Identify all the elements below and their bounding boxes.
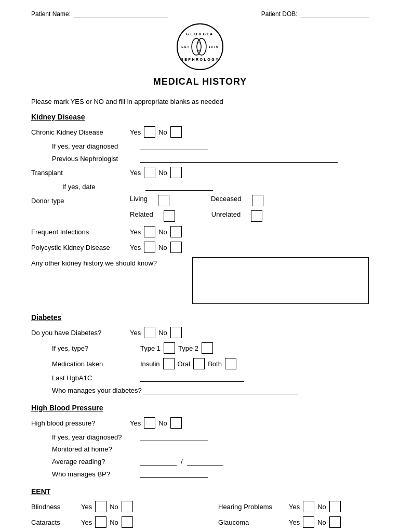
bp-who-manages-input[interactable]: [140, 470, 208, 478]
bp-monitored-row: Monitored at home?: [31, 445, 369, 453]
medication-label: Medication taken: [31, 360, 140, 368]
eent-glaucoma-group: Glaucoma Yes No: [218, 516, 341, 528]
freq-infections-row: Frequent Infections Yes No: [31, 226, 369, 237]
freq-yes-no-group: Yes No: [130, 226, 182, 237]
year-diagnosed-input[interactable]: [140, 142, 208, 150]
prev-neph-input[interactable]: [140, 154, 338, 163]
freq-yes-label: Yes: [130, 228, 141, 236]
any-other-row: Any other kidney history we should know?: [31, 257, 369, 304]
cataracts-yes-checkbox[interactable]: [95, 516, 106, 528]
logo-bottom-text: NEPHROLOGY: [181, 58, 220, 61]
related-unrelated-row: Related Unrelated: [31, 210, 369, 222]
hearing-no-checkbox[interactable]: [329, 501, 341, 512]
diabetes-yes-checkbox[interactable]: [144, 327, 155, 338]
transplant-yes-checkbox[interactable]: [144, 167, 155, 178]
glaucoma-yes-label: Yes: [289, 518, 300, 526]
both-label: Both: [208, 360, 222, 368]
high-bp-section: High Blood Pressure High blood pressure?…: [31, 404, 369, 478]
bp-average-diastolic[interactable]: [187, 457, 223, 466]
glaucoma-label: Glaucoma: [218, 518, 286, 526]
freq-no-label: No: [158, 228, 167, 236]
eent-hearing-group: Hearing Problems Yes No: [218, 501, 341, 512]
bp-yes-checkbox[interactable]: [144, 417, 155, 429]
freq-no-checkbox[interactable]: [170, 226, 182, 237]
chronic-no-checkbox[interactable]: [170, 126, 182, 138]
chronic-kidney-row: Chronic Kidney Disease Yes No: [31, 126, 369, 138]
logo-kidney-svg: [191, 37, 207, 57]
unrelated-checkbox[interactable]: [251, 210, 262, 222]
deceased-checkbox[interactable]: [252, 195, 263, 206]
donor-type-row: Donor type Living Deceased: [31, 195, 369, 206]
transplant-date-input[interactable]: [145, 182, 213, 191]
chronic-yes-label: Yes: [130, 128, 141, 136]
hearing-label: Hearing Problems: [218, 503, 286, 511]
transplant-no-label: No: [158, 169, 167, 177]
both-checkbox[interactable]: [225, 358, 236, 369]
logo-year: 1976: [208, 45, 218, 48]
deceased-label: Deceased: [211, 195, 242, 206]
prev-neph-row: Previous Nephrologist: [31, 154, 369, 163]
glaucoma-no-label: No: [317, 518, 326, 526]
type1-label: Type 1: [140, 344, 161, 352]
svg-point-2: [197, 43, 201, 51]
type2-label: Type 2: [178, 344, 198, 352]
diabetes-section: Diabetes Do you have Diabetes? Yes No If…: [31, 313, 369, 394]
poly-yes-label: Yes: [130, 244, 141, 251]
diabetes-type-label: If yes, type?: [31, 344, 140, 352]
bp-average-systolic[interactable]: [140, 457, 177, 466]
blindness-no-checkbox[interactable]: [122, 501, 133, 512]
type2-checkbox[interactable]: [202, 342, 213, 354]
diabetes-no-checkbox[interactable]: [170, 327, 182, 338]
insulin-checkbox[interactable]: [163, 358, 175, 369]
diabetes-title: Diabetes: [31, 313, 369, 322]
bp-who-manages-label: Who manages BP?: [31, 470, 140, 478]
living-checkbox[interactable]: [158, 195, 169, 206]
related-checkbox[interactable]: [164, 210, 175, 222]
chronic-yes-checkbox[interactable]: [144, 126, 155, 138]
poly-no-checkbox[interactable]: [170, 242, 182, 253]
transplant-row: Transplant Yes No: [31, 167, 369, 178]
glaucoma-yes-checkbox[interactable]: [303, 516, 314, 528]
hgba1c-input[interactable]: [140, 374, 244, 382]
oral-label: Oral: [178, 360, 191, 368]
patient-dob-label: Patient DOB:: [261, 10, 298, 18]
polycystic-label: Polycystic Kidney Disease: [31, 244, 130, 251]
blindness-label: Blindness: [31, 503, 78, 511]
cataracts-label: Cataracts: [31, 518, 78, 526]
who-manages-diabetes-input[interactable]: [142, 386, 298, 394]
kidney-disease-title: Kidney Disease: [31, 113, 369, 121]
hgba1c-row: Last HgbA1C: [31, 374, 369, 382]
medication-group: Insulin Oral Both: [140, 358, 236, 369]
bp-year-diagnosed-input[interactable]: [140, 433, 208, 441]
any-other-textarea[interactable]: [192, 257, 369, 304]
transplant-label: Transplant: [31, 169, 130, 177]
transplant-yes-group: Yes No: [130, 167, 182, 178]
glaucoma-no-checkbox[interactable]: [329, 516, 341, 528]
who-manages-diabetes-label: Who manages your diabetes?: [31, 387, 142, 394]
bp-no-checkbox[interactable]: [170, 417, 182, 429]
type1-checkbox[interactable]: [164, 342, 175, 354]
diabetes-label: Do you have Diabetes?: [31, 329, 130, 337]
bp-monitored-label: Monitored at home?: [31, 445, 140, 453]
logo-top-text: GEORGIA: [186, 32, 214, 36]
hearing-yes-checkbox[interactable]: [303, 501, 314, 512]
cataracts-no-checkbox[interactable]: [122, 516, 133, 528]
blindness-yes-checkbox[interactable]: [95, 501, 106, 512]
patient-name-field[interactable]: Patient Name:: [31, 10, 168, 18]
patient-dob-field[interactable]: Patient DOB:: [261, 10, 369, 18]
year-diagnosed-row: If yes, year diagnosed: [31, 142, 369, 150]
logo-middle: EST 1976: [181, 36, 219, 58]
freq-infections-label: Frequent Infections: [31, 228, 130, 236]
living-label: Living: [130, 195, 148, 206]
eent-blindness-group: Blindness Yes No: [31, 501, 218, 512]
oral-checkbox[interactable]: [193, 358, 205, 369]
cataracts-yes-label: Yes: [81, 518, 92, 526]
hearing-yes-label: Yes: [289, 503, 300, 511]
transplant-no-checkbox[interactable]: [170, 167, 182, 178]
poly-yes-checkbox[interactable]: [144, 242, 155, 253]
chronic-no-label: No: [158, 128, 167, 136]
freq-yes-checkbox[interactable]: [144, 226, 155, 237]
donor-type-label: Donor type: [31, 197, 130, 205]
diabetes-yes-no: Yes No: [130, 327, 182, 338]
unrelated-label: Unrelated: [211, 210, 241, 222]
